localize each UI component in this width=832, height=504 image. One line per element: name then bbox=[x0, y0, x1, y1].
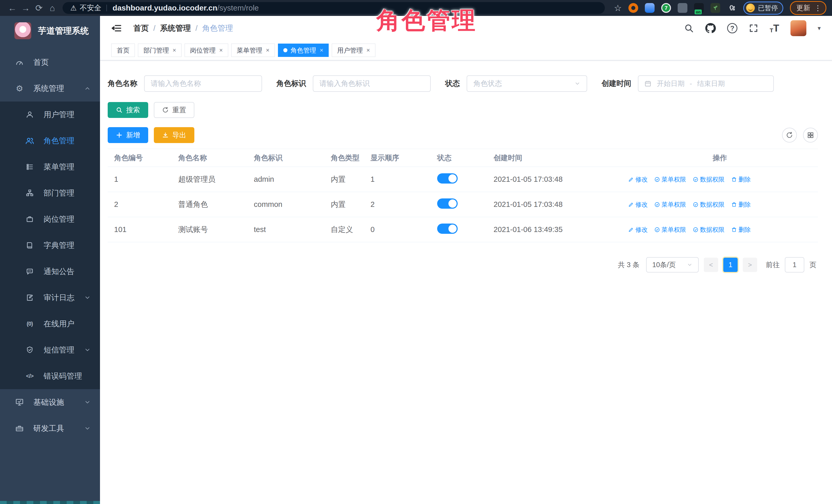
cell-role-id: 2 bbox=[108, 200, 172, 209]
browser-forward-icon[interactable]: → bbox=[19, 3, 32, 13]
sidebar-item-system-management[interactable]: ⚙ 系统管理 bbox=[0, 75, 100, 102]
edit-link[interactable]: 修改 bbox=[628, 226, 648, 234]
profile-paused-chip[interactable]: 已暂停 bbox=[743, 2, 783, 15]
menu-fold-icon[interactable] bbox=[111, 23, 122, 33]
sidebar-item-dept-management[interactable]: 部门管理 bbox=[0, 180, 100, 206]
sidebar-item-user-management[interactable]: 用户管理 bbox=[0, 102, 100, 128]
extension-icon[interactable] bbox=[678, 3, 687, 13]
sidebar-item-online-users[interactable]: (0) 在线用户 bbox=[0, 311, 100, 337]
avatar[interactable] bbox=[790, 20, 806, 36]
tab-home[interactable]: 首页 bbox=[111, 44, 135, 57]
app-logo-row[interactable]: 芋道管理系统 bbox=[0, 16, 100, 46]
data-permission-link[interactable]: 数据权限 bbox=[693, 201, 725, 209]
next-page-button[interactable]: > bbox=[743, 258, 757, 272]
help-icon[interactable]: ? bbox=[727, 23, 737, 33]
reset-button[interactable]: 重置 bbox=[154, 102, 194, 118]
edit-link[interactable]: 修改 bbox=[628, 201, 648, 209]
breadcrumb-separator: / bbox=[153, 24, 155, 32]
sidebar-item-audit-log[interactable]: 审计日志 bbox=[0, 285, 100, 311]
address-bar[interactable]: ⚠ 不安全 dashboard.yudao.iocoder.cn /system… bbox=[62, 2, 605, 14]
close-icon[interactable]: × bbox=[320, 47, 323, 54]
list-icon bbox=[25, 163, 35, 171]
sidebar-item-post-management[interactable]: 岗位管理 bbox=[0, 206, 100, 232]
sidebar-item-dev-tools[interactable]: 研发工具 bbox=[0, 415, 100, 442]
tab-role-management[interactable]: 角色管理 × bbox=[278, 44, 329, 57]
avatar-caret-icon[interactable]: ▾ bbox=[817, 25, 821, 32]
status-toggle[interactable] bbox=[437, 223, 458, 234]
status-toggle[interactable] bbox=[437, 198, 458, 209]
status-toggle[interactable] bbox=[437, 173, 458, 184]
add-button[interactable]: 新增 bbox=[108, 127, 148, 143]
col-header-actions: 操作 bbox=[622, 153, 818, 163]
extension-icon[interactable] bbox=[628, 3, 638, 13]
col-header-type: 角色类型 bbox=[324, 153, 364, 163]
chevron-up-icon bbox=[84, 85, 91, 92]
date-end-placeholder[interactable]: 结束日期 bbox=[697, 79, 725, 88]
sidebar-item-infrastructure[interactable]: 基础设施 bbox=[0, 389, 100, 415]
close-icon[interactable]: × bbox=[366, 47, 370, 54]
fullscreen-icon[interactable] bbox=[749, 23, 758, 33]
github-icon[interactable] bbox=[705, 23, 716, 33]
close-icon[interactable]: × bbox=[266, 47, 269, 54]
edit-link[interactable]: 修改 bbox=[628, 175, 648, 184]
browser-home-icon[interactable]: ⌂ bbox=[46, 3, 59, 13]
refresh-table-button[interactable] bbox=[782, 128, 797, 142]
extension-icon[interactable]: on bbox=[694, 3, 704, 13]
font-size-icon[interactable]: TT bbox=[770, 23, 779, 34]
breadcrumb-current: 角色管理 bbox=[202, 23, 233, 33]
breadcrumb-system[interactable]: 系统管理 bbox=[160, 23, 191, 33]
sidebar-item-dict-management[interactable]: 字典管理 bbox=[0, 232, 100, 258]
extension-icon[interactable]: 7 bbox=[661, 3, 671, 13]
page-content: 角色名称 角色标识 状态 角色状态 创 bbox=[100, 60, 832, 504]
close-icon[interactable]: × bbox=[173, 47, 176, 54]
chrome-update-button[interactable]: 更新 ⋮ bbox=[790, 1, 826, 15]
sidebar-item-role-management[interactable]: 角色管理 bbox=[0, 128, 100, 154]
sidebar-item-home[interactable]: 首页 bbox=[0, 49, 100, 75]
tab-menu-management[interactable]: 菜单管理 × bbox=[231, 44, 275, 57]
extension-icon[interactable] bbox=[645, 3, 655, 13]
menu-permission-link[interactable]: 菜单权限 bbox=[654, 201, 686, 209]
bookmark-star-icon[interactable]: ☆ bbox=[614, 3, 622, 13]
chevron-down-icon bbox=[84, 425, 91, 432]
role-key-input[interactable] bbox=[313, 75, 431, 92]
status-select[interactable]: 角色状态 bbox=[467, 75, 587, 92]
sidebar-item-notice[interactable]: 通知公告 bbox=[0, 258, 100, 285]
create-time-label: 创建时间 bbox=[601, 78, 631, 89]
tab-user-management[interactable]: 用户管理 × bbox=[332, 44, 375, 57]
prev-page-button[interactable]: < bbox=[704, 258, 718, 272]
menu-permission-link[interactable]: 菜单权限 bbox=[654, 175, 686, 184]
breadcrumb-home[interactable]: 首页 bbox=[133, 23, 149, 33]
tab-post-management[interactable]: 岗位管理 × bbox=[185, 44, 228, 57]
role-name-input[interactable] bbox=[144, 75, 262, 92]
date-start-placeholder[interactable]: 开始日期 bbox=[657, 79, 684, 88]
search-icon[interactable] bbox=[684, 23, 694, 33]
browser-menu-icon[interactable]: ⋮ bbox=[814, 4, 822, 12]
breadcrumb-separator: / bbox=[196, 24, 198, 32]
sidebar-item-menu-management[interactable]: 菜单管理 bbox=[0, 154, 100, 180]
goto-page-input[interactable] bbox=[785, 257, 804, 272]
page-size-select[interactable]: 10条/页 bbox=[646, 257, 699, 272]
close-icon[interactable]: × bbox=[219, 47, 223, 54]
delete-link[interactable]: 删除 bbox=[731, 201, 751, 209]
delete-link[interactable]: 删除 bbox=[731, 175, 751, 184]
cell-role-type: 自定义 bbox=[324, 224, 364, 235]
export-button[interactable]: 导出 bbox=[154, 127, 194, 143]
tab-dept-management[interactable]: 部门管理 × bbox=[138, 44, 182, 57]
sidebar-item-error-code[interactable]: </> 错误码管理 bbox=[0, 363, 100, 389]
date-range-picker[interactable]: 开始日期 - 结束日期 bbox=[638, 75, 774, 92]
sidebar-item-sms-management[interactable]: 短信管理 bbox=[0, 337, 100, 363]
data-permission-link[interactable]: 数据权限 bbox=[693, 226, 725, 234]
search-button[interactable]: 搜索 bbox=[108, 102, 148, 118]
extension-icon[interactable] bbox=[710, 3, 720, 13]
cell-role-name: 超级管理员 bbox=[172, 174, 248, 185]
browser-reload-icon[interactable]: ⟳ bbox=[32, 3, 46, 13]
column-settings-button[interactable] bbox=[803, 128, 818, 142]
page-number-1[interactable]: 1 bbox=[723, 258, 738, 272]
menu-permission-link[interactable]: 菜单权限 bbox=[654, 226, 686, 234]
browser-back-icon[interactable]: ← bbox=[6, 3, 19, 13]
data-permission-link[interactable]: 数据权限 bbox=[693, 175, 725, 184]
delete-link[interactable]: 删除 bbox=[731, 226, 751, 234]
search-form: 角色名称 角色标识 状态 角色状态 创 bbox=[108, 75, 818, 92]
row-actions: 修改 菜单权限 数据权限 删除 bbox=[622, 201, 818, 209]
puzzle-extensions-icon[interactable] bbox=[727, 3, 737, 13]
